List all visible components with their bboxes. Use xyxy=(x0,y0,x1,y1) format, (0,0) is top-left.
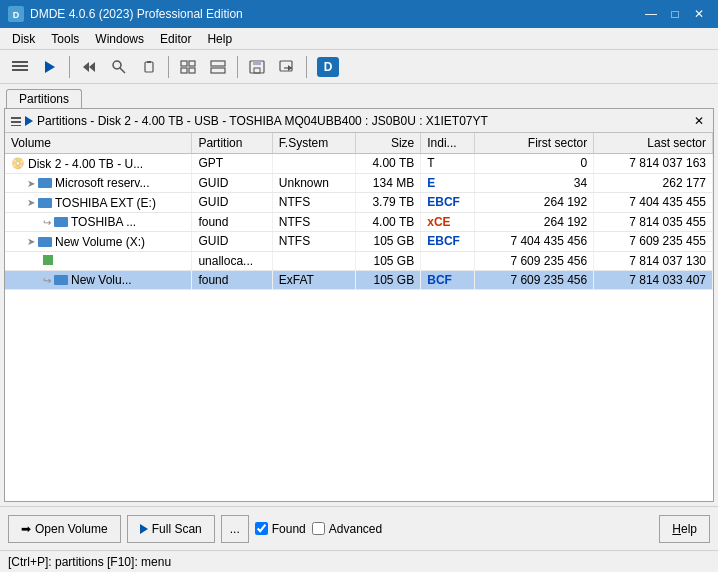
row-indi: EBCF xyxy=(421,232,475,252)
table-row[interactable]: unalloca...105 GB7 609 235 4567 814 037 … xyxy=(5,251,713,270)
table-row[interactable]: ➤ New Volume (X:) GUIDNTFS105 GBEBCF7 40… xyxy=(5,232,713,252)
title-bar-left: D DMDE 4.0.6 (2023) Professional Edition xyxy=(8,6,243,22)
more-button[interactable]: ... xyxy=(221,515,249,543)
open-volume-button[interactable]: ➡ Open Volume xyxy=(8,515,121,543)
toolbar-sep-2 xyxy=(168,56,169,78)
advanced-checkbox-label[interactable]: Advanced xyxy=(312,522,382,536)
svg-rect-14 xyxy=(181,68,187,73)
panel-header-left: Partitions - Disk 2 - 4.00 TB - USB - TO… xyxy=(11,114,488,128)
svg-rect-20 xyxy=(254,68,260,73)
toolbar-search-btn[interactable] xyxy=(105,54,133,80)
partition-table[interactable]: Volume Partition F.System Size Indi... F… xyxy=(5,133,713,501)
row-partition: GUID xyxy=(192,232,272,252)
toolbar-clipboard-btn[interactable] xyxy=(135,54,163,80)
row-volume: ↪ New Volu... xyxy=(11,273,132,287)
table-row[interactable]: ↪ New Volu... foundExFAT105 GBBCF7 609 2… xyxy=(5,270,713,290)
toolbar-logo-btn[interactable]: D xyxy=(312,54,344,80)
title-bar-controls[interactable]: — □ ✕ xyxy=(640,4,710,24)
row-first-sector: 7 609 235 456 xyxy=(475,251,594,270)
maximize-button[interactable]: □ xyxy=(664,4,686,24)
col-indi: Indi... xyxy=(421,133,475,154)
row-indi: EBCF xyxy=(421,193,475,213)
tab-partitions[interactable]: Partitions xyxy=(6,89,82,109)
menu-disk[interactable]: Disk xyxy=(4,30,43,48)
advanced-checkbox[interactable] xyxy=(312,522,325,535)
status-text: [Ctrl+P]: partitions [F10]: menu xyxy=(8,555,171,569)
panel-play-icon xyxy=(25,116,33,126)
row-indi: BCF xyxy=(421,270,475,290)
svg-text:D: D xyxy=(13,10,20,20)
menu-tools[interactable]: Tools xyxy=(43,30,87,48)
row-fsystem xyxy=(272,251,355,270)
svg-rect-13 xyxy=(189,61,195,66)
close-button[interactable]: ✕ xyxy=(688,4,710,24)
col-partition: Partition xyxy=(192,133,272,154)
row-last-sector: 7 814 037 130 xyxy=(594,251,713,270)
col-first-sector: First sector xyxy=(475,133,594,154)
col-size: Size xyxy=(355,133,420,154)
help-label: Help xyxy=(672,522,697,536)
row-size: 4.00 TB xyxy=(355,154,420,174)
menu-windows[interactable]: Windows xyxy=(87,30,152,48)
minimize-button[interactable]: — xyxy=(640,4,662,24)
row-partition: GPT xyxy=(192,154,272,174)
row-first-sector: 264 192 xyxy=(475,193,594,213)
svg-rect-11 xyxy=(147,61,151,63)
toolbar-play-btn[interactable] xyxy=(36,54,64,80)
toolbar-export-btn[interactable] xyxy=(273,54,301,80)
row-indi xyxy=(421,251,475,270)
svg-rect-10 xyxy=(145,62,153,72)
svg-rect-28 xyxy=(11,125,21,126)
menu-editor[interactable]: Editor xyxy=(152,30,199,48)
table-row[interactable]: 📀 Disk 2 - 4.00 TB - U... GPT4.00 TBT07 … xyxy=(5,154,713,174)
row-volume: 📀 Disk 2 - 4.00 TB - U... xyxy=(11,157,143,171)
svg-rect-16 xyxy=(211,61,225,66)
row-volume: ➤ Microsoft reserv... xyxy=(11,176,149,190)
full-scan-button[interactable]: Full Scan xyxy=(127,515,215,543)
toolbar-save-btn[interactable] xyxy=(243,54,271,80)
row-fsystem: NTFS xyxy=(272,193,355,213)
app-icon: D xyxy=(8,6,24,22)
menu-help[interactable]: Help xyxy=(199,30,240,48)
panel-title: Partitions - Disk 2 - 4.00 TB - USB - TO… xyxy=(37,114,488,128)
row-fsystem: NTFS xyxy=(272,212,355,232)
svg-marker-7 xyxy=(89,62,95,72)
svg-rect-12 xyxy=(181,61,187,66)
full-scan-label: Full Scan xyxy=(152,522,202,536)
svg-rect-3 xyxy=(12,65,28,67)
row-partition: found xyxy=(192,212,272,232)
table-row[interactable]: ➤ TOSHIBA EXT (E:) GUIDNTFS3.79 TBEBCF26… xyxy=(5,193,713,213)
status-bar: [Ctrl+P]: partitions [F10]: menu xyxy=(0,550,718,572)
col-fsystem: F.System xyxy=(272,133,355,154)
app-title: DMDE 4.0.6 (2023) Professional Edition xyxy=(30,7,243,21)
table-row[interactable]: ➤ Microsoft reserv... GUIDUnknown134 MBE… xyxy=(5,173,713,193)
toolbar-list-btn[interactable] xyxy=(6,54,34,80)
panel-close-button[interactable]: ✕ xyxy=(691,113,707,129)
found-checkbox[interactable] xyxy=(255,522,268,535)
more-label: ... xyxy=(230,522,240,536)
row-size: 105 GB xyxy=(355,251,420,270)
svg-rect-17 xyxy=(211,68,225,73)
advanced-label: Advanced xyxy=(329,522,382,536)
row-partition: GUID xyxy=(192,173,272,193)
row-size: 4.00 TB xyxy=(355,212,420,232)
row-last-sector: 262 177 xyxy=(594,173,713,193)
found-label: Found xyxy=(272,522,306,536)
row-first-sector: 264 192 xyxy=(475,212,594,232)
open-volume-icon: ➡ xyxy=(21,522,31,536)
row-partition: GUID xyxy=(192,193,272,213)
row-last-sector: 7 814 037 163 xyxy=(594,154,713,174)
row-first-sector: 34 xyxy=(475,173,594,193)
found-checkbox-label[interactable]: Found xyxy=(255,522,306,536)
toolbar-back-btn[interactable] xyxy=(75,54,103,80)
toolbar-grid1-btn[interactable] xyxy=(174,54,202,80)
toolbar-grid2-btn[interactable] xyxy=(204,54,232,80)
row-volume: ➤ New Volume (X:) xyxy=(11,235,145,249)
row-size: 105 GB xyxy=(355,232,420,252)
row-indi: E xyxy=(421,173,475,193)
row-partition: found xyxy=(192,270,272,290)
table-row[interactable]: ↪ TOSHIBA ... foundNTFS4.00 TBxCE264 192… xyxy=(5,212,713,232)
help-button[interactable]: Help xyxy=(659,515,710,543)
svg-rect-26 xyxy=(11,117,21,119)
svg-rect-15 xyxy=(189,68,195,73)
